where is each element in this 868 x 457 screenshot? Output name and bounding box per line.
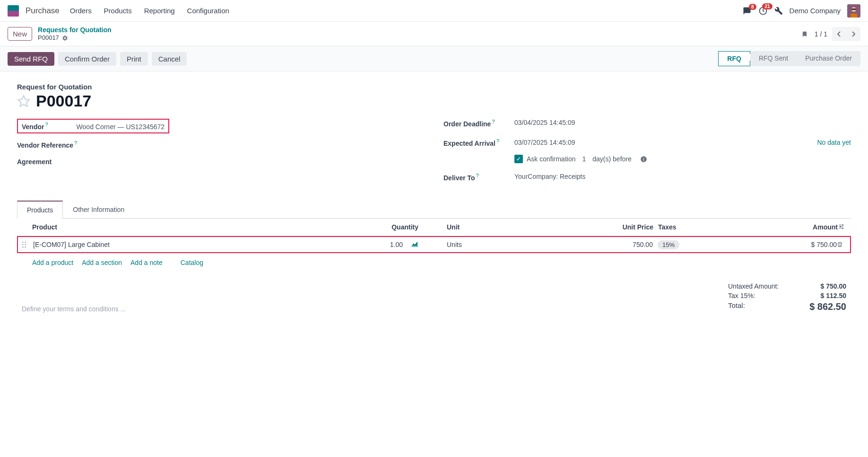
- gear-icon[interactable]: [62, 35, 68, 41]
- svg-point-15: [25, 246, 26, 248]
- tab-products[interactable]: Products: [17, 201, 63, 219]
- th-taxes: Taxes: [653, 223, 748, 231]
- th-unit-price: Unit Price: [564, 223, 653, 231]
- table-header: Product Quantity Unit Unit Price Taxes A…: [17, 219, 851, 236]
- ask-confirmation-label: Ask confirmation: [527, 155, 575, 163]
- deliver-to-value[interactable]: YourCompany: Receipts: [514, 173, 851, 180]
- new-button[interactable]: New: [8, 27, 32, 41]
- no-data-link[interactable]: No data yet: [817, 139, 851, 146]
- agreement-label: Agreement: [17, 158, 88, 166]
- vendor-field-highlight: Vendor? Wood Corner — US12345672: [17, 119, 169, 133]
- bookmark-icon[interactable]: [801, 30, 808, 38]
- expected-label: Expected Arrival?: [443, 138, 514, 147]
- deadline-label: Order Deadline?: [443, 119, 514, 128]
- svg-point-12: [22, 244, 24, 246]
- svg-point-10: [22, 242, 24, 243]
- send-rfq-button[interactable]: Send RFQ: [8, 52, 54, 66]
- untaxed-value: $ 750.00: [821, 282, 847, 290]
- status-rfq[interactable]: RFQ: [718, 51, 750, 66]
- add-section-link[interactable]: Add a section: [82, 259, 122, 266]
- pager-next[interactable]: [846, 27, 860, 41]
- th-unit: Unit: [447, 223, 564, 231]
- products-table: Product Quantity Unit Unit Price Taxes A…: [17, 219, 851, 272]
- cell-product[interactable]: [E-COM07] Large Cabinet: [33, 241, 302, 248]
- svg-point-11: [25, 242, 26, 243]
- sub-header: New Requests for Quotation P00017 1 / 1: [0, 22, 868, 46]
- activities-icon[interactable]: 21: [758, 6, 768, 16]
- th-product: Product: [32, 223, 302, 231]
- top-bar: Purchase Orders Products Reporting Confi…: [0, 0, 868, 22]
- tab-other-info[interactable]: Other Information: [63, 201, 134, 219]
- svg-point-9: [842, 228, 843, 228]
- favorite-star-icon[interactable]: [17, 95, 30, 108]
- th-amount: Amount: [748, 223, 838, 231]
- form-content: Request for Quotation P00017 Vendor? Woo…: [0, 71, 868, 334]
- ask-confirmation-checkbox[interactable]: ✓: [514, 155, 523, 163]
- deadline-value[interactable]: 03/04/2025 14:45:09: [514, 119, 851, 126]
- print-button[interactable]: Print: [120, 52, 148, 66]
- user-avatar[interactable]: [847, 4, 860, 18]
- add-product-link[interactable]: Add a product: [32, 259, 73, 266]
- untaxed-label: Untaxed Amount:: [728, 282, 779, 290]
- company-name[interactable]: Demo Company: [790, 7, 841, 15]
- table-row-highlight[interactable]: [E-COM07] Large Cabinet 1.00 Units 750.0…: [17, 236, 851, 253]
- deliver-to-label: Deliver To?: [443, 173, 514, 182]
- forecast-chart-icon[interactable]: [411, 241, 418, 248]
- vendor-label: Vendor?: [22, 122, 48, 131]
- add-note-link[interactable]: Add a note: [130, 259, 163, 266]
- expected-value[interactable]: 03/07/2025 14:45:09: [514, 139, 817, 146]
- svg-point-7: [842, 224, 843, 225]
- cell-qty[interactable]: 1.00: [302, 241, 447, 248]
- nav-reporting[interactable]: Reporting: [144, 7, 175, 15]
- svg-point-13: [25, 244, 26, 246]
- svg-point-8: [840, 226, 841, 227]
- tax-label: Tax 15%:: [728, 292, 755, 299]
- status-rfq-sent[interactable]: RFQ Sent: [750, 51, 797, 66]
- action-bar: Send RFQ Confirm Order Print Cancel RFQ …: [0, 46, 868, 71]
- delete-row-icon[interactable]: [837, 241, 846, 248]
- doc-type-label: Request for Quotation: [17, 83, 851, 91]
- svg-rect-4: [851, 14, 857, 18]
- cell-unit[interactable]: Units: [447, 241, 563, 248]
- confirm-order-button[interactable]: Confirm Order: [58, 52, 116, 66]
- tabs: Products Other Information: [17, 200, 851, 219]
- status-bar: RFQ RFQ Sent Purchase Order: [718, 51, 860, 66]
- svg-rect-3: [851, 9, 856, 10]
- breadcrumb-current: P00017: [38, 34, 59, 42]
- top-nav: Orders Products Reporting Configuration: [70, 7, 240, 15]
- total-value: $ 862.50: [809, 301, 846, 312]
- vendor-ref-label: Vendor Reference?: [17, 140, 88, 149]
- svg-point-14: [22, 246, 24, 248]
- breadcrumb-parent[interactable]: Requests for Quotation: [38, 26, 112, 34]
- drag-handle-icon[interactable]: [22, 241, 33, 248]
- app-name[interactable]: Purchase: [26, 6, 60, 16]
- catalog-link[interactable]: Catalog: [181, 259, 203, 266]
- status-purchase-order[interactable]: Purchase Order: [797, 51, 860, 66]
- terms-input[interactable]: Define your terms and conditions ...: [17, 296, 728, 322]
- th-quantity: Quantity: [302, 223, 447, 231]
- nav-configuration[interactable]: Configuration: [187, 7, 229, 15]
- cell-tax[interactable]: 15%: [653, 241, 747, 248]
- doc-number: P00017: [36, 92, 91, 110]
- vendor-value[interactable]: Wood Corner — US12345672: [77, 123, 165, 131]
- messages-icon[interactable]: 8: [742, 7, 752, 15]
- cell-price[interactable]: 750.00: [563, 241, 653, 248]
- nav-orders[interactable]: Orders: [70, 7, 92, 15]
- columns-settings-icon[interactable]: [838, 223, 847, 231]
- app-logo[interactable]: [8, 5, 19, 17]
- tax-value: $ 112.50: [821, 292, 847, 299]
- info-icon[interactable]: i: [640, 156, 647, 163]
- svg-text:i: i: [643, 157, 644, 161]
- days-value[interactable]: 1: [582, 155, 586, 163]
- activities-badge: 21: [762, 3, 772, 9]
- nav-products[interactable]: Products: [104, 7, 132, 15]
- cell-amount: $ 750.00: [747, 241, 837, 248]
- tools-icon[interactable]: [774, 7, 783, 15]
- totals: Untaxed Amount: $ 750.00 Tax 15%: $ 112.…: [728, 281, 851, 313]
- pager-prev[interactable]: [832, 27, 846, 41]
- total-label: Total:: [728, 301, 745, 312]
- add-links-row: Add a product Add a section Add a note C…: [17, 253, 851, 272]
- days-after-label: day(s) before: [592, 155, 631, 163]
- cancel-button[interactable]: Cancel: [152, 52, 187, 66]
- pager-text: 1 / 1: [815, 30, 827, 38]
